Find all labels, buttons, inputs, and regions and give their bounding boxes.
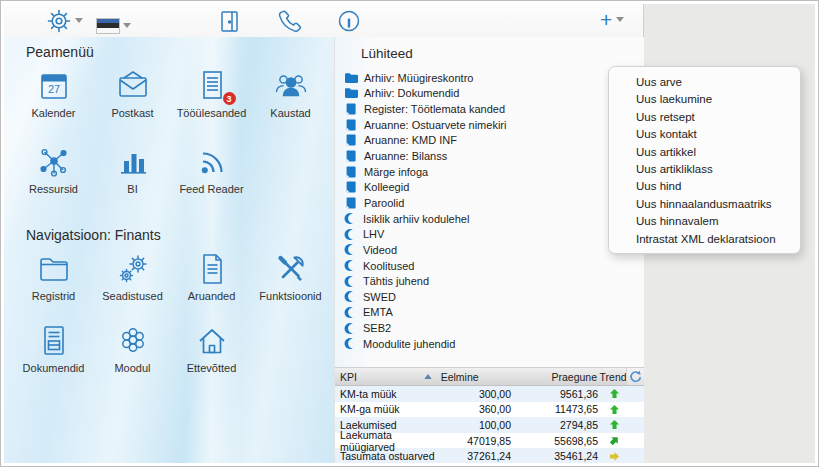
shortcut-item[interactable]: Paroolid: [335, 195, 644, 211]
shortcut-item[interactable]: Aruanne: KMD INF: [335, 133, 644, 149]
shortcut-label: Aruanne: Ostuarvete nimekiri: [364, 119, 506, 131]
menu-item-intrastat-xml[interactable]: Intrastat XML deklaratsioon: [609, 231, 800, 248]
phone-icon: [276, 8, 302, 34]
menu-item-uus-laekumine[interactable]: Uus laekumine: [609, 91, 800, 108]
kpi-name: Laekumata müügiarved: [335, 429, 435, 453]
link-icon: [344, 290, 357, 303]
menu-item-uus-retsept[interactable]: Uus retsept: [609, 109, 800, 126]
column-header-trend[interactable]: Trend: [600, 368, 626, 385]
link-icon: [344, 259, 357, 272]
shortcut-item[interactable]: Aruanne: Bilanss: [335, 148, 644, 164]
desktop: + Peamenüü 27: [4, 4, 815, 463]
shortcut-item[interactable]: LHV: [335, 226, 644, 242]
menu-item-uus-artikliklass[interactable]: Uus artikliklass: [609, 161, 800, 178]
shortcut-label: Kolleegid: [364, 181, 409, 193]
app-tile-registrid[interactable]: Registrid: [14, 249, 93, 321]
menu-item-uus-arve[interactable]: Uus arve: [609, 74, 800, 91]
notification-badge: 3: [223, 92, 236, 105]
app-tile-ettevotted[interactable]: Ettevõtted: [172, 321, 251, 393]
shortcut-item[interactable]: Videod: [335, 242, 644, 258]
shortcut-label: Isiklik arhiiv kodulehel: [363, 213, 469, 225]
main-menu-panel: Peamenüü 27 Kalender: [4, 37, 334, 463]
app-tile-feed-reader[interactable]: Feed Reader: [172, 142, 251, 218]
calendar-icon: 27: [36, 68, 72, 104]
shortcut-item[interactable]: Arhiiv: Dokumendid: [335, 86, 644, 102]
app-tile-dokumendid[interactable]: Dokumendid: [14, 321, 93, 393]
column-header-eelmine[interactable]: Eelmine: [435, 368, 525, 385]
app-tile-funktsioonid[interactable]: Funktsioonid: [251, 249, 330, 321]
shortcut-item[interactable]: Aruanne: Ostuarvete nimekiri: [335, 117, 644, 133]
app-tile-kaustad[interactable]: Kaustad: [251, 66, 330, 142]
app-tile-seadistused[interactable]: Seadistused: [93, 249, 172, 321]
kpi-row[interactable]: KM-ga müük 360,00 11473,65: [335, 402, 644, 418]
column-header-kpi[interactable]: KPI: [335, 368, 435, 385]
shortcuts-panel: Lühiteed Arhiiv: Müügireskontro Arhiiv: …: [334, 37, 644, 463]
shortcut-item[interactable]: Register: Töötlemata kanded: [335, 101, 644, 117]
trend-up-icon: [609, 419, 620, 430]
kpi-table-header: KPI Eelmine Praegune Trend: [335, 368, 644, 386]
door-button[interactable]: [216, 7, 242, 34]
settings-button[interactable]: [46, 7, 83, 34]
bar-chart-icon: [115, 144, 151, 180]
app-tile-tooulesanded[interactable]: 3 Tööülesanded: [172, 66, 251, 142]
kpi-name: Tasumata ostuarved: [335, 450, 435, 462]
page-icon: [344, 166, 358, 178]
shortcut-label: EMTA: [363, 306, 393, 318]
new-item-button[interactable]: +: [600, 6, 624, 33]
gear-icon: [46, 8, 72, 34]
shortcut-item[interactable]: Arhiiv: Müügireskontro: [335, 70, 644, 86]
folder-icon: [36, 251, 72, 287]
kpi-row[interactable]: Tasumata ostuarved 37261,24 35461,24: [335, 448, 644, 463]
trend-right-icon: [609, 451, 620, 462]
shortcut-item[interactable]: Moodulite juhendid: [335, 336, 644, 352]
column-label: KPI: [340, 371, 357, 383]
shortcuts-title: Lühiteed: [361, 46, 644, 61]
shortcut-item[interactable]: EMTA: [335, 305, 644, 321]
tile-label: Ettevõtted: [187, 362, 237, 374]
shortcut-list: Arhiiv: Müügireskontro Arhiiv: Dokumendi…: [335, 70, 644, 352]
menu-item-uus-artikkel[interactable]: Uus artikkel: [609, 144, 800, 161]
shortcut-item[interactable]: Isiklik arhiiv kodulehel: [335, 211, 644, 227]
page-icon: [344, 197, 358, 209]
shortcut-item[interactable]: Kolleegid: [335, 179, 644, 195]
report-icon: [194, 251, 230, 287]
shortcut-label: Paroolid: [364, 197, 404, 209]
app-tile-kalender[interactable]: 27 Kalender: [14, 66, 93, 142]
kpi-previous: 300,00: [435, 388, 525, 400]
app-tile-postkast[interactable]: Postkast: [93, 66, 172, 142]
shortcut-item[interactable]: Märge infoga: [335, 164, 644, 180]
kpi-row[interactable]: KM-ta müük 300,00 9561,36: [335, 386, 644, 402]
chevron-down-icon: [75, 18, 83, 23]
menu-item-uus-hinnaalandusmaatriks[interactable]: Uus hinnaalandusmaatriks: [609, 196, 800, 213]
column-header-praegune[interactable]: Praegune: [524, 368, 600, 385]
tile-label: Registrid: [32, 290, 75, 302]
gears-icon: [115, 251, 151, 287]
app-tile-ressursid[interactable]: Ressursid: [14, 142, 93, 218]
people-icon: [273, 68, 309, 104]
modules-icon: [115, 323, 151, 359]
kpi-row[interactable]: Laekumata müügiarved 47019,85 55698,65: [335, 433, 644, 449]
menu-item-uus-hinnavalem[interactable]: Uus hinnavalem: [609, 213, 800, 230]
tile-label: Postkast: [111, 107, 153, 119]
shortcut-label: Aruanne: KMD INF: [364, 134, 457, 146]
shortcut-item[interactable]: SEB2: [335, 320, 644, 336]
tile-label: Kalender: [31, 107, 75, 119]
shortcut-label: Koolitused: [363, 260, 414, 272]
gauge-button[interactable]: [336, 7, 362, 34]
tile-label: Tööülesanded: [177, 107, 247, 119]
shortcut-label: Aruanne: Bilanss: [364, 150, 447, 162]
shortcut-item[interactable]: Koolitused: [335, 258, 644, 274]
app-tile-moodul[interactable]: Moodul: [93, 321, 172, 393]
app-tile-bi[interactable]: BI: [93, 142, 172, 218]
language-button[interactable]: [96, 12, 131, 39]
shortcut-item[interactable]: SWED: [335, 289, 644, 305]
door-icon: [216, 8, 242, 34]
menu-item-uus-kontakt[interactable]: Uus kontakt: [609, 126, 800, 143]
phone-button[interactable]: [276, 7, 302, 34]
shortcut-item[interactable]: Tähtis juhend: [335, 273, 644, 289]
menu-item-uus-hind[interactable]: Uus hind: [609, 178, 800, 195]
refresh-button[interactable]: [626, 368, 644, 385]
app-window: + Peamenüü 27: [4, 4, 644, 463]
app-tile-aruanded[interactable]: Aruanded: [172, 249, 251, 321]
shortcut-label: Arhiiv: Dokumendid: [364, 87, 459, 99]
